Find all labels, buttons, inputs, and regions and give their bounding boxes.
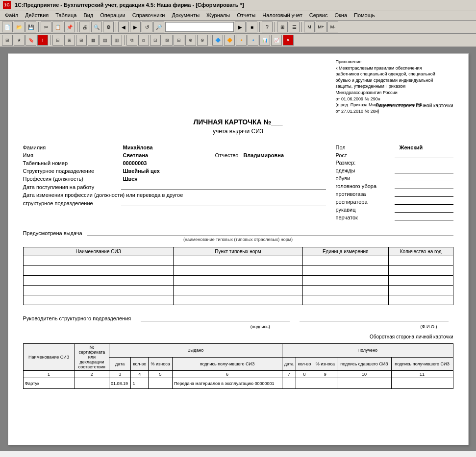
menu-operations[interactable]: Операции — [97, 11, 128, 19]
mminus-btn[interactable]: M- — [327, 22, 338, 32]
tb2-12[interactable]: ⧈ — [138, 35, 149, 46]
tabelnyy-row: Табельный номер 00000003 — [23, 160, 326, 166]
tb2-10[interactable]: ▥ — [111, 35, 122, 46]
tb2-21[interactable]: 🔹 — [248, 35, 258, 46]
data-izm-row2: структурное подразделение — [23, 200, 326, 206]
tb2-17[interactable]: ⊗ — [197, 35, 208, 46]
fwd-btn[interactable]: ▶ — [130, 22, 141, 32]
grid-btn[interactable]: ⊞ — [277, 22, 288, 32]
app-icon: 1С — [3, 1, 11, 9]
data-post-label: Дата поступления на работу — [23, 184, 121, 190]
main-table: Наименование СИЗ Пункт типовых норм Един… — [23, 247, 453, 305]
preview-btn[interactable]: 🔍 — [91, 22, 102, 32]
m-btn[interactable]: M — [304, 22, 315, 32]
mplus-btn[interactable]: M+ — [316, 22, 326, 32]
table-row — [23, 286, 453, 295]
table-row — [23, 256, 453, 266]
sep1 — [38, 22, 39, 32]
tb2-22[interactable]: 📊 — [259, 35, 270, 46]
sep3 — [116, 22, 116, 32]
otchestvo-label: Отчество — [215, 152, 239, 158]
menu-journals[interactable]: Журналы — [203, 11, 233, 19]
tabelnyy-label: Табельный номер — [23, 160, 121, 166]
tb2-7[interactable]: ⊞ — [76, 35, 87, 46]
col-naim: Наименование СИЗ — [23, 247, 174, 256]
toolbar-search[interactable] — [165, 22, 234, 32]
print-btn[interactable]: 🖨 — [79, 22, 90, 32]
menu-documents[interactable]: Документы — [169, 11, 202, 19]
open-btn[interactable]: 📂 — [14, 22, 25, 32]
professiya-value: Швея — [121, 176, 326, 182]
bt-p-iznos: % износа — [313, 357, 337, 371]
table-row — [23, 295, 453, 305]
tb2-13[interactable]: ⊡ — [150, 35, 161, 46]
menu-tax[interactable]: Налоговый учет — [259, 11, 305, 19]
col-punkt: Пункт типовых норм — [174, 247, 302, 256]
perchatki-line — [395, 214, 453, 220]
provision-line — [87, 230, 453, 236]
bt-num8: 8 — [296, 371, 313, 378]
tb2-20[interactable]: 🔸 — [236, 35, 247, 46]
tb2-5[interactable]: ⊟ — [52, 35, 63, 46]
menu-service[interactable]: Сервис — [306, 11, 331, 19]
tb2-6[interactable]: ⊞ — [64, 35, 75, 46]
col-edinica: Единица измерения — [302, 247, 388, 256]
menu-help[interactable]: Помощь — [351, 11, 378, 19]
stop-btn[interactable]: ■ — [247, 22, 257, 32]
structura-label: Структурное подразделение — [23, 168, 121, 174]
bt-num9: 9 — [313, 371, 337, 378]
help-btn[interactable]: ? — [262, 22, 273, 32]
tb2-8[interactable]: ▦ — [88, 35, 99, 46]
tb2-19[interactable]: 🔶 — [224, 35, 235, 46]
rukavits-row: рукавиц — [336, 206, 453, 213]
data-izm-label1: Дата изменения профессии (должности) или… — [23, 192, 183, 198]
menu-windows[interactable]: Окна — [331, 11, 350, 19]
title-bar-text: 1С:Предприятие - Бухгалтерский учет, ред… — [15, 2, 244, 8]
respiratora-line — [395, 198, 453, 205]
menu-actions[interactable]: Действия — [22, 11, 51, 19]
pol-label: Пол — [336, 144, 395, 150]
tb2-14[interactable]: ⊠ — [162, 35, 173, 46]
menu-file[interactable]: Файл — [2, 11, 21, 19]
menu-directories[interactable]: Справочники — [129, 11, 168, 19]
note-line3: работников специальной одеждой, специаль… — [336, 71, 463, 77]
cut-btn[interactable]: ✂ — [41, 22, 51, 32]
tb2-24[interactable]: ✕ — [283, 35, 294, 46]
document-area: Приложение к Межотраслевым правилам обес… — [8, 53, 469, 445]
menu-view[interactable]: Вид — [80, 11, 96, 19]
search-btn[interactable]: 🔎 — [153, 22, 164, 32]
toolbar1: 📄 📂 💾 ✂ 📋 📌 🖨 🔍 ⚙ ◀ ▶ ↺ 🔎 ▶ ■ ? ⊞ ☰ M M+… — [0, 21, 476, 34]
setup-btn[interactable]: ⚙ — [103, 22, 114, 32]
tb2-4[interactable]: ! — [37, 35, 48, 46]
tb2-23[interactable]: 📈 — [271, 35, 282, 46]
back-btn[interactable]: ◀ — [118, 22, 129, 32]
go-btn[interactable]: ▶ — [235, 22, 246, 32]
paste-btn[interactable]: 📌 — [64, 22, 75, 32]
menu-bar: Файл Действия Таблица Вид Операции Справ… — [0, 10, 476, 21]
bt-p-data: дата — [282, 357, 296, 371]
new-btn[interactable]: 📄 — [2, 22, 13, 32]
tb2-18[interactable]: 🔷 — [212, 35, 223, 46]
obuvi-line — [395, 175, 453, 181]
odezhdy-line — [395, 167, 453, 173]
copy-btn[interactable]: 📋 — [52, 22, 63, 32]
bt-num5: 5 — [149, 371, 173, 378]
tb2-9[interactable]: ▤ — [100, 35, 110, 46]
sep2 — [77, 22, 77, 32]
list-btn[interactable]: ☰ — [289, 22, 300, 32]
bottom-table-row: Фартук01.08.191Передача материалов в экс… — [23, 378, 453, 389]
note-line7: от 01.06.2009 № 290н — [336, 96, 463, 102]
save-btn[interactable]: 💾 — [25, 22, 36, 32]
rukavits-label: рукавиц — [336, 207, 395, 213]
menu-reports[interactable]: Отчеты — [234, 11, 258, 19]
refresh-btn[interactable]: ↺ — [142, 22, 152, 32]
tb2-11[interactable]: ⧉ — [126, 35, 137, 46]
imya-row: Имя Светлана Отчество Владимировна — [23, 152, 326, 158]
tb2-3[interactable]: 🔖 — [25, 35, 36, 46]
tb2-15[interactable]: ⊟ — [174, 35, 184, 46]
tb2-2[interactable]: ★ — [14, 35, 25, 46]
bt-v-data: дата — [109, 357, 131, 371]
tb2-16[interactable]: ⊕ — [185, 35, 196, 46]
tb2-1[interactable]: ⊞ — [2, 35, 13, 46]
menu-table[interactable]: Таблица — [52, 11, 79, 19]
